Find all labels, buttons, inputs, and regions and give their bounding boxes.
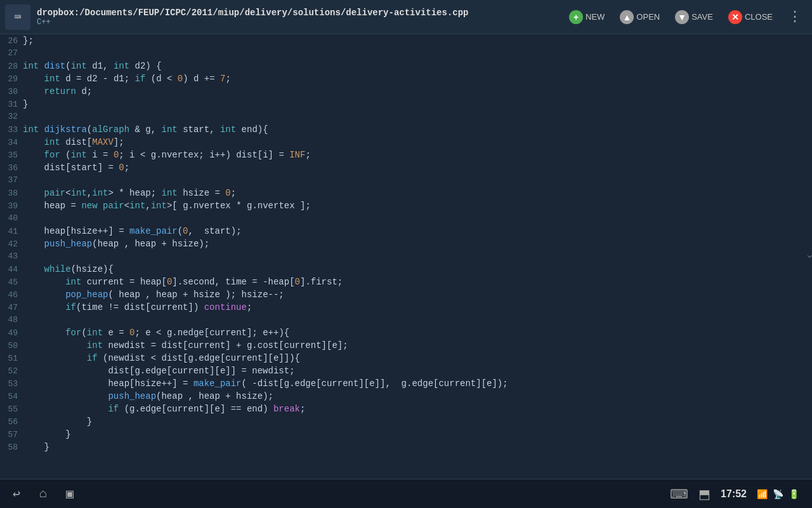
code-line: 36 dist[start] = 0; [0,161,812,174]
line-number: 26 [0,35,23,48]
line-content: pop_heap( heap , heap + hsize ); hsize--… [23,288,284,301]
new-icon: + [569,10,583,24]
line-content: int dist(int d1, int d2) { [23,60,162,72]
line-number: 33 [0,124,23,137]
line-content: heap[hsize++] = make_pair(0, start); [23,225,242,237]
line-number: 40 [0,212,23,225]
line-number: 35 [0,149,23,162]
close-button[interactable]: ✕ CLOSE [722,6,779,28]
code-line: 43 [0,250,812,263]
line-content: push_heap(heap , heap + hsize); [23,237,209,250]
code-line: 28int dist(int d1, int d2) { [0,60,812,72]
line-number: 55 [0,403,23,416]
code-line: 56 } [0,415,812,428]
line-number: 36 [0,162,23,175]
battery-icon: 🔋 [789,489,799,499]
back-button[interactable]: ↩ [13,486,20,502]
line-number: 30 [0,86,23,98]
line-content: int dist[MAXV]; [23,136,124,149]
line-number: 57 [0,429,23,441]
line-content: push_heap(heap , heap + hsize); [23,390,273,403]
code-line: 44 while(hsize){ [0,263,812,276]
code-line: 26}; [0,34,812,47]
home-button[interactable]: ⌂ [39,486,47,501]
line-number: 29 [0,73,23,86]
open-icon: ▲ [620,10,634,24]
line-number: 42 [0,238,23,251]
code-line: 37 [0,174,812,187]
code-line: 54 push_heap(heap , heap + hsize); [0,390,812,403]
line-content: for(int e = 0; e < g.nedge[current]; e++… [23,326,289,339]
code-line: 55 if (g.edge[current][e] == end) break; [0,403,812,415]
line-number: 46 [0,289,23,302]
close-label: CLOSE [745,12,773,22]
subtitle: C++ [37,18,560,27]
code-line: 42 push_heap(heap , heap + hsize); [0,237,812,250]
new-button[interactable]: + NEW [563,6,611,28]
more-icon[interactable]: ⋮ [783,6,807,28]
code-line: 38 pair<int,int> * heap; int hsize = 0; [0,187,812,199]
line-content: for (int i = 0; i < g.nvertex; i++) dist… [23,149,311,161]
code-line: 39 heap = new pair<int,int>[ g.nvertex *… [0,199,812,212]
clock: 17:52 [721,488,747,500]
keyboard-toggle-icon[interactable]: ⌨ [670,486,688,502]
save-button[interactable]: ▼ SAVE [669,6,719,28]
line-number: 47 [0,302,23,314]
code-line: 35 for (int i = 0; i < g.nvertex; i++) d… [0,149,812,161]
close-icon: ✕ [728,10,742,24]
filepath: dropbox:/Documents/FEUP/ICPC/2011/miup/d… [37,8,560,18]
code-line: 47 if(time != dist[current]) continue; [0,301,812,314]
line-number: 34 [0,137,23,149]
line-content: while(hsize){ [23,263,114,276]
line-number: 56 [0,416,23,429]
line-number: 32 [0,110,23,123]
top-bar: ⌨ dropbox:/Documents/FEUP/ICPC/2011/miup… [0,0,812,34]
line-number: 39 [0,200,23,213]
line-content: dist[g.edge[current][e]] = newdist; [23,364,295,377]
save-label: SAVE [691,12,713,22]
line-number: 52 [0,365,23,378]
code-line: 27 [0,47,812,60]
code-line: 41 heap[hsize++] = make_pair(0, start); [0,225,812,237]
line-content: if(time != dist[current]) continue; [23,301,252,314]
line-number: 41 [0,225,23,238]
code-line: 45 int current = heap[0].second, time = … [0,276,812,288]
line-content: }; [23,34,34,47]
line-content: int dijkstra(alGraph & g, int start, int… [23,123,268,136]
line-number: 31 [0,98,23,111]
signal-icon: 📡 [773,489,783,499]
line-number: 58 [0,441,23,454]
line-number: 44 [0,264,23,276]
code-line: 51 if (newdist < dist[g.edge[current][e]… [0,352,812,364]
code-line: 52 dist[g.edge[current][e]] = newdist; [0,364,812,377]
code-line: 34 int dist[MAXV]; [0,136,812,149]
code-line: 49 for(int e = 0; e < g.nedge[current]; … [0,326,812,339]
line-content: int newdist = dist[current] + g.cost[cur… [23,339,348,352]
line-number: 37 [0,174,23,187]
line-number: 50 [0,340,23,352]
line-number: 45 [0,276,23,289]
code-editor[interactable]: 26};2728int dist(int d1, int d2) {29 int… [0,34,812,479]
code-line: 29 int d = d2 - d1; if (d < 0) d += 7; [0,72,812,85]
code-line: 31} [0,98,812,110]
open-button[interactable]: ▲ OPEN [613,6,666,28]
code-line: 50 int newdist = dist[current] + g.cost[… [0,339,812,352]
bottom-bar: ↩ ⌂ ▣ ⌨ ⬒ 17:52 📶 📡 🔋 [0,479,812,508]
line-number: 43 [0,250,23,263]
line-content: dist[start] = 0; [23,161,129,174]
status-area: ⌨ ⬒ 17:52 📶 📡 🔋 [670,486,799,502]
code-line: 53 heap[hsize++] = make_pair( -dist[g.ed… [0,377,812,390]
line-content: pair<int,int> * heap; int hsize = 0; [23,187,236,199]
wifi-icon: 📶 [757,489,768,499]
recents-button[interactable]: ▣ [66,486,74,502]
open-label: OPEN [636,12,660,22]
line-content: heap[hsize++] = make_pair( -dist[g.edge[… [23,377,508,390]
new-label: NEW [586,12,605,22]
chevron-right-icon: › [804,253,812,260]
save-icon: ▼ [675,10,689,24]
line-content: if (g.edge[current][e] == end) break; [23,403,305,415]
code-line: 40 [0,212,812,225]
title-area: dropbox:/Documents/FEUP/ICPC/2011/miup/d… [37,8,560,27]
line-content: } [23,98,28,110]
screen-icon[interactable]: ⬒ [698,486,710,502]
